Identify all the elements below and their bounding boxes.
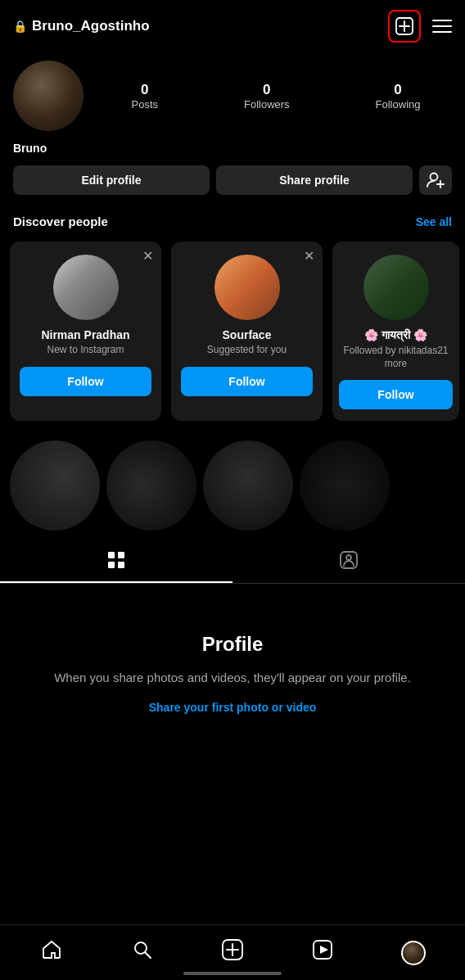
story-thumb-2 [106,440,196,531]
person-name-1: Nirman Pradhan [41,328,129,341]
tab-grid[interactable] [0,544,232,583]
nav-search-button[interactable] [122,933,163,973]
person-name-3: 🌸 गायत्री 🌸 [364,328,427,342]
person-avatar-image-1 [53,255,119,320]
following-label: Following [376,98,421,111]
tagged-tab-icon [339,550,359,575]
person-avatar-2 [214,255,280,320]
edit-profile-button[interactable]: Edit profile [13,165,210,195]
hamburger-line [432,25,452,27]
posts-stat: 0 Posts [131,82,158,111]
svg-line-13 [145,953,151,959]
person-avatar-image-2 [214,255,280,320]
nav-reels-button[interactable] [302,933,343,973]
follow-button-1[interactable]: Follow [20,367,151,396]
svg-marker-18 [320,946,328,954]
hamburger-line [432,20,452,21]
follow-button-3[interactable]: Follow [339,380,453,409]
share-first-link[interactable]: Share your first photo or video [149,701,317,714]
story-row [0,434,465,537]
close-card-2-button[interactable]: ✕ [304,250,314,263]
nav-left: 🔒 Bruno_Agostinho [13,18,150,34]
svg-point-11 [346,555,351,560]
share-profile-button[interactable]: Share profile [216,165,413,195]
empty-state-title: Profile [202,633,264,656]
person-subtitle-2: Suggested for you [207,344,287,357]
person-subtitle-3: Followed by nikitadas21 more [339,345,453,370]
avatar [13,61,84,131]
person-subtitle-1: New to Instagram [47,344,124,357]
person-card-2: ✕ Sourface Suggested for you Follow [171,242,323,421]
search-icon [132,939,153,966]
nav-create-button[interactable] [212,933,253,973]
lock-icon: 🔒 [13,20,27,33]
svg-rect-8 [108,562,115,568]
story-thumb-3 [203,440,293,531]
story-thumb-1 [10,440,100,531]
nav-right [388,10,452,43]
person-name-2: Sourface [223,328,272,341]
person-card-3: 🌸 गायत्री 🌸 Followed by nikitadas21 more… [332,242,459,421]
svg-rect-7 [118,552,124,558]
profile-empty-state: Profile When you share photos and videos… [0,584,465,747]
profile-display-name: Bruno [13,142,47,155]
top-nav: 🔒 Bruno_Agostinho [0,0,465,52]
followers-label: Followers [244,98,290,111]
story-item-3[interactable] [203,440,293,534]
add-post-button[interactable] [388,10,421,43]
person-avatar-image-3 [363,255,429,320]
people-cards-row: ✕ Nirman Pradhan New to Instagram Follow… [0,235,465,434]
svg-point-3 [431,174,438,181]
grid-tab-icon [106,550,126,575]
nav-username: Bruno_Agostinho [32,18,150,34]
person-avatar-3 [363,255,429,320]
profile-stats: 0 Posts 0 Followers 0 Following [100,82,452,111]
discover-title: Discover people [13,215,108,228]
following-stat[interactable]: 0 Following [376,82,421,111]
following-count: 0 [394,82,401,98]
person-avatar-1 [53,255,119,320]
add-person-button[interactable] [419,165,452,195]
story-item-1[interactable] [10,440,100,534]
followers-stat[interactable]: 0 Followers [244,82,290,111]
discover-header: Discover people See all [0,208,465,235]
create-icon [221,938,244,967]
profile-header: 0 Posts 0 Followers 0 Following [0,52,465,138]
story-thumb-4 [300,440,390,531]
see-all-link[interactable]: See all [416,215,452,228]
tab-tagged[interactable] [232,544,465,583]
svg-rect-6 [108,552,115,558]
followers-count: 0 [263,82,270,98]
posts-label: Posts [131,98,158,111]
home-icon [41,939,62,966]
nav-home-button[interactable] [31,933,72,973]
reels-icon [312,939,333,966]
profile-name-area: Bruno [0,138,465,165]
content-tabs [0,544,465,584]
story-item-2[interactable] [106,440,196,534]
nav-profile-button[interactable] [393,933,434,973]
person-card-1: ✕ Nirman Pradhan New to Instagram Follow [10,242,161,421]
home-indicator [183,972,282,975]
nav-profile-avatar [401,941,426,965]
empty-state-desc: When you share photos and videos, they'l… [54,669,411,688]
hamburger-line [432,31,452,33]
action-buttons-row: Edit profile Share profile [0,165,465,208]
menu-button[interactable] [432,20,452,33]
avatar-image [13,61,84,131]
posts-count: 0 [141,82,148,98]
story-item-4[interactable] [300,440,390,534]
follow-button-2[interactable]: Follow [181,367,313,396]
close-card-1-button[interactable]: ✕ [142,250,153,263]
svg-rect-9 [118,562,124,568]
